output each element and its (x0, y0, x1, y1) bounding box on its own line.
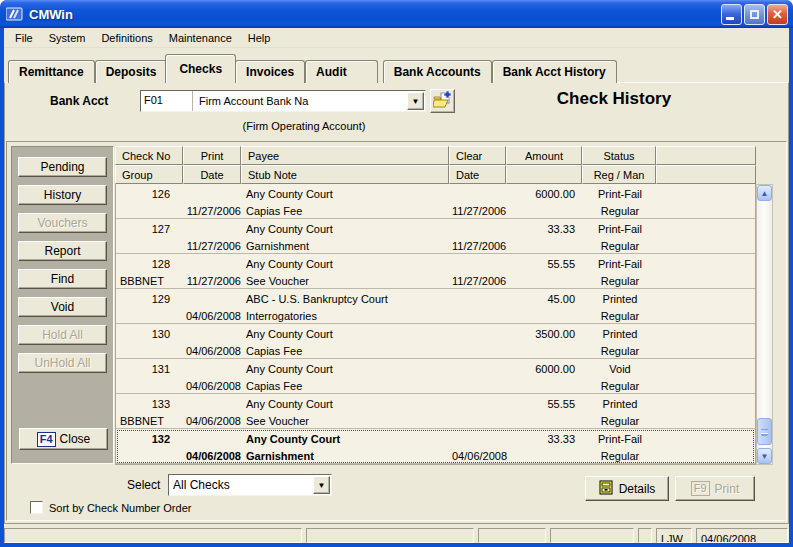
menu-file[interactable]: File (7, 30, 41, 46)
scroll-up-icon[interactable]: ▲ (757, 185, 772, 201)
menu-help[interactable]: Help (240, 30, 279, 46)
status-panel-5 (638, 528, 652, 543)
cell-stub-note: Capias Fee (242, 345, 450, 357)
bank-acct-code-field[interactable]: F01 (141, 91, 193, 111)
status-user: LJW (656, 528, 692, 543)
cell-clear-date: 11/27/2006 (450, 205, 507, 217)
cell-status: Print-Fail (583, 188, 657, 200)
sort-checkbox[interactable] (30, 501, 43, 514)
check-table-row[interactable]: 129 04/06/2008 ABC - U.S. Bankruptcy Cou… (116, 289, 755, 324)
minimize-icon[interactable] (721, 4, 742, 25)
cell-clear-date: 04/06/2008 (450, 450, 507, 462)
status-bar: LJW 04/06/2008 (4, 528, 789, 543)
tab-checks[interactable]: Checks (165, 54, 236, 83)
select-filter-combo[interactable]: All Checks ▼ (168, 474, 332, 496)
cell-reg-man: Regular (583, 345, 657, 357)
header-check-no[interactable]: Check No (115, 146, 183, 165)
tab-invoices[interactable]: Invoices (235, 60, 305, 83)
tab-bank-accounts[interactable]: Bank Accounts (383, 60, 492, 83)
tab-bank-acct-history[interactable]: Bank Acct History (492, 60, 617, 83)
header-blank-2 (506, 165, 582, 184)
report-button[interactable]: Report (18, 241, 107, 261)
print-button-label: Print (715, 482, 740, 496)
cell-print-date: 04/06/2008 (184, 310, 242, 322)
check-table-row[interactable]: 132 04/06/2008 Any County Court Garnishm… (116, 429, 755, 464)
cell-stub-note: Capias Fee (242, 205, 450, 217)
check-table-row[interactable]: 127 11/27/2006 Any County Court Garnishm… (116, 219, 755, 254)
header-group[interactable]: Group (115, 165, 183, 184)
open-account-button[interactable] (430, 89, 455, 113)
cell-check-no: 130 (116, 328, 184, 340)
cell-group: BBBNET (116, 415, 184, 427)
select-filter-value: All Checks (169, 478, 313, 492)
cell-print-date: 11/27/2006 (184, 205, 242, 217)
check-table-row[interactable]: 128 BBBNET 11/27/2006 Any County Court S… (116, 254, 755, 289)
cell-print-date: 04/06/2008 (184, 380, 242, 392)
client-area: File System Definitions Maintenance Help… (4, 28, 789, 543)
cell-amount: 55.55 (507, 258, 583, 270)
cell-reg-man: Regular (583, 450, 657, 462)
header-stub-note[interactable]: Stub Note (241, 165, 449, 184)
header-amount[interactable]: Amount (506, 146, 582, 165)
scrollbar-thumb[interactable] (757, 418, 772, 445)
tab-deposits[interactable]: Deposits (95, 60, 168, 83)
title-bar[interactable]: CMWin ✕ (0, 0, 793, 28)
cell-check-no: 127 (116, 223, 184, 235)
menu-definitions[interactable]: Definitions (93, 30, 160, 46)
header-reg-man[interactable]: Reg / Man (582, 165, 656, 184)
cell-payee: Any County Court (242, 188, 450, 200)
pending-button[interactable]: Pending (18, 157, 107, 177)
status-panel-2 (306, 528, 474, 543)
header-status[interactable]: Status (582, 146, 656, 165)
header-payee[interactable]: Payee (241, 146, 449, 165)
cell-amount: 45.00 (507, 293, 583, 305)
cell-payee: Any County Court (242, 433, 450, 445)
header-clear-date[interactable]: Date (449, 165, 506, 184)
menu-system[interactable]: System (41, 30, 94, 46)
cell-print-date: 04/06/2008 (184, 345, 242, 357)
check-table-row[interactable]: 126 11/27/2006 Any County Court Capias F… (116, 184, 755, 219)
cell-payee: Any County Court (242, 328, 450, 340)
check-table-header: Check No Print Payee Clear Amount Status… (115, 146, 756, 184)
cell-stub-note: See Voucher (242, 275, 450, 287)
app-window: CMWin ✕ File System Definitions Maintena… (0, 0, 793, 547)
details-button[interactable]: Details (585, 476, 669, 501)
menu-maintenance[interactable]: Maintenance (161, 30, 240, 46)
bank-combo-dropdown-icon[interactable]: ▼ (407, 92, 424, 110)
cell-status: Print-Fail (583, 223, 657, 235)
bank-subtitle: (Firm Operating Account) (124, 120, 484, 132)
check-table-row[interactable]: 130 04/06/2008 Any County Court Capias F… (116, 324, 755, 359)
select-combo-dropdown-icon[interactable]: ▼ (313, 476, 330, 494)
details-icon (599, 480, 614, 498)
header-print[interactable]: Print (183, 146, 241, 165)
cell-amount: 33.33 (507, 433, 583, 445)
bank-acct-combo[interactable]: F01 Firm Account Bank Na ▼ (140, 90, 426, 112)
cell-status: Void (583, 363, 657, 375)
cell-status: Printed (583, 293, 657, 305)
app-icon (6, 7, 24, 22)
hold-all-button: Hold All (18, 325, 107, 345)
tab-audit[interactable]: Audit (305, 60, 378, 83)
vertical-scrollbar[interactable]: ▲ ▼ (756, 184, 773, 465)
maximize-icon[interactable] (744, 4, 765, 25)
check-table-row[interactable]: 131 04/06/2008 Any County Court Capias F… (116, 359, 755, 394)
close-button[interactable]: F4 Close (19, 428, 108, 450)
vouchers-button: Vouchers (18, 213, 107, 233)
cell-stub-note: See Voucher (242, 415, 450, 427)
cell-check-no: 133 (116, 398, 184, 410)
history-button[interactable]: History (18, 185, 107, 205)
f9-keycap: F9 (691, 481, 710, 496)
header-print-date[interactable]: Date (183, 165, 241, 184)
cell-stub-note: Interrogatories (242, 310, 450, 322)
find-button[interactable]: Find (18, 269, 107, 289)
cell-reg-man: Regular (583, 240, 657, 252)
header-clear[interactable]: Clear (449, 146, 506, 165)
tab-remittance[interactable]: Remittance (8, 60, 95, 83)
cell-amount: 33.33 (507, 223, 583, 235)
check-table-row[interactable]: 133 BBBNET 04/06/2008 Any County Court S… (116, 394, 755, 429)
cell-reg-man: Regular (583, 205, 657, 217)
close-icon[interactable]: ✕ (767, 4, 788, 25)
cell-check-no: 128 (116, 258, 184, 270)
scroll-down-icon[interactable]: ▼ (757, 448, 772, 464)
void-button[interactable]: Void (18, 297, 107, 317)
